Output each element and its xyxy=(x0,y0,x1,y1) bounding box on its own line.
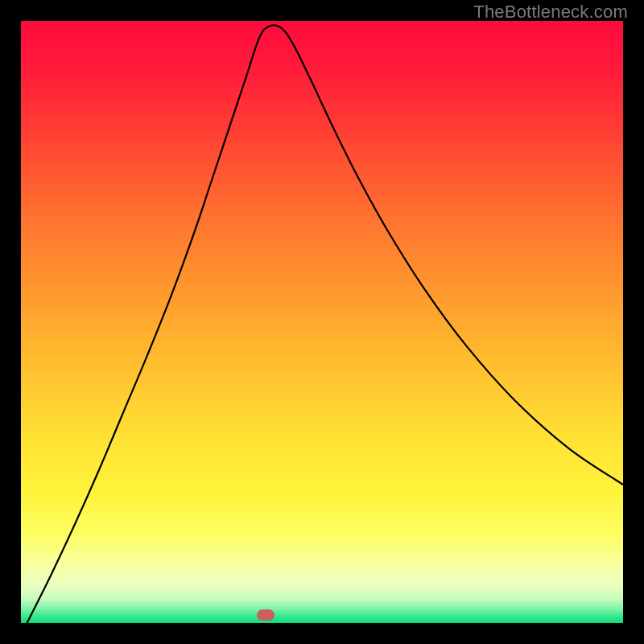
optimal-marker-icon xyxy=(257,609,275,621)
plot-area xyxy=(21,21,623,623)
attribution-label: TheBottleneck.com xyxy=(473,2,628,23)
chart-frame: TheBottleneck.com xyxy=(0,0,644,644)
bottleneck-curve xyxy=(21,21,623,623)
